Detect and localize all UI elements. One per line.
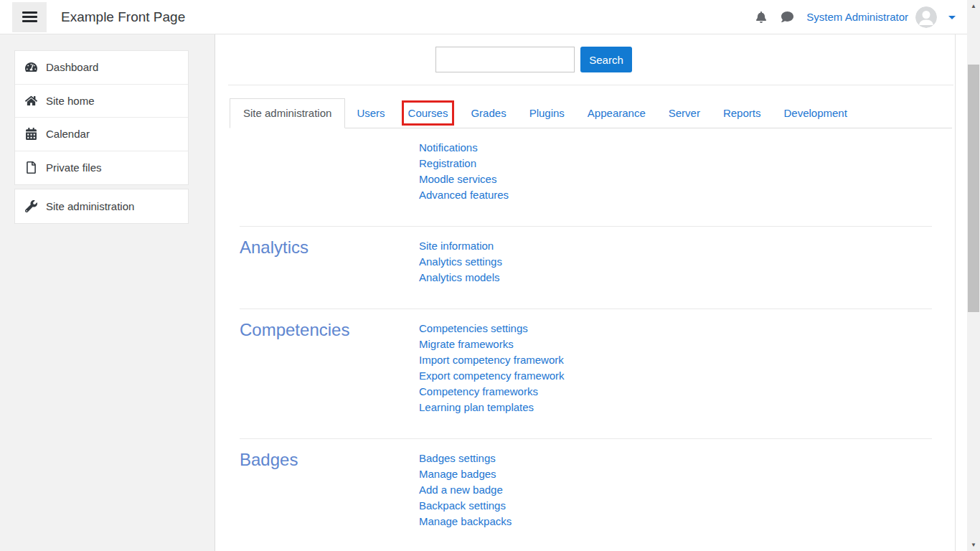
tab-users[interactable]: Users bbox=[345, 99, 396, 128]
tab-development[interactable]: Development bbox=[772, 99, 858, 128]
search-divider bbox=[228, 85, 953, 85]
top-navbar: Example Front Page System Administrator bbox=[0, 0, 980, 34]
scroll-up-arrow[interactable]: ▲ bbox=[967, 0, 980, 12]
section-link-list: Competencies settingsMigrate frameworksI… bbox=[419, 321, 565, 415]
sidebar-item-label: Calendar bbox=[46, 128, 90, 140]
tab-server[interactable]: Server bbox=[657, 99, 712, 128]
admin-tab-bar: Site administrationUsersCoursesGradesPlu… bbox=[230, 98, 952, 128]
sidebar-item-dashboard[interactable]: Dashboard bbox=[15, 51, 188, 85]
navbar-right: System Administrator bbox=[748, 6, 956, 28]
file-icon bbox=[25, 161, 37, 174]
admin-link-export-competency-framework[interactable]: Export competency framework bbox=[419, 368, 565, 384]
section-link-list: Site informationAnalytics settingsAnalyt… bbox=[419, 238, 502, 286]
drawer-admin-card: Site administration bbox=[14, 189, 189, 224]
tab-label[interactable]: Server bbox=[657, 99, 712, 128]
vertical-scrollbar[interactable]: ▲ ▼ bbox=[967, 0, 980, 551]
wrench-icon bbox=[25, 200, 37, 212]
user-menu-link[interactable]: System Administrator bbox=[806, 11, 908, 23]
section-link-list: NotificationsRegistrationMoodle services… bbox=[419, 140, 509, 203]
scrollbar-thumb[interactable] bbox=[968, 65, 979, 312]
admin-section-badges: BadgesBadges settingsManage badgesAdd a … bbox=[240, 439, 932, 551]
admin-link-analytics-settings[interactable]: Analytics settings bbox=[419, 254, 502, 270]
admin-link-analytics-models[interactable]: Analytics models bbox=[419, 270, 500, 286]
admin-link-migrate-frameworks[interactable]: Migrate frameworks bbox=[419, 336, 514, 352]
admin-sections: NotificationsRegistrationMoodle services… bbox=[230, 128, 955, 551]
chevron-down-icon[interactable] bbox=[948, 16, 956, 19]
admin-link-advanced-features[interactable]: Advanced features bbox=[419, 187, 509, 203]
main-content: Search Site administrationUsersCoursesGr… bbox=[215, 34, 956, 551]
search-button[interactable]: Search bbox=[580, 47, 632, 72]
tab-appearance[interactable]: Appearance bbox=[576, 99, 657, 128]
tab-label[interactable]: Users bbox=[345, 99, 396, 128]
notifications-bell-icon[interactable] bbox=[755, 11, 767, 23]
tab-reports[interactable]: Reports bbox=[712, 99, 773, 128]
admin-link-learning-plan-templates[interactable]: Learning plan templates bbox=[419, 400, 534, 415]
tab-grades[interactable]: Grades bbox=[459, 99, 517, 128]
tab-label[interactable]: Development bbox=[772, 99, 858, 128]
admin-link-import-competency-framework[interactable]: Import competency framework bbox=[419, 352, 564, 368]
admin-link-competencies-settings[interactable]: Competencies settings bbox=[419, 321, 528, 336]
section-heading: Badges bbox=[240, 451, 419, 529]
sidebar-item-label: Private files bbox=[46, 161, 102, 174]
admin-link-badges-settings[interactable]: Badges settings bbox=[419, 451, 496, 466]
tab-label[interactable]: Reports bbox=[712, 99, 773, 128]
nav-drawer: DashboardSite homeCalendarPrivate files … bbox=[0, 34, 215, 551]
section-heading: Analytics bbox=[240, 238, 419, 286]
sidebar-item-calendar[interactable]: Calendar bbox=[15, 118, 188, 151]
admin-link-notifications[interactable]: Notifications bbox=[419, 140, 478, 156]
admin-section-competencies: CompetenciesCompetencies settingsMigrate… bbox=[240, 309, 932, 439]
admin-search-input[interactable] bbox=[435, 47, 575, 72]
admin-link-moodle-services[interactable]: Moodle services bbox=[419, 171, 496, 187]
avatar[interactable] bbox=[915, 6, 937, 28]
messages-icon[interactable] bbox=[781, 11, 793, 23]
sidebar-item-site-home[interactable]: Site home bbox=[15, 85, 188, 118]
section-heading bbox=[240, 140, 419, 203]
section-link-list: Badges settingsManage badgesAdd a new ba… bbox=[419, 451, 512, 529]
admin-link-site-information[interactable]: Site information bbox=[419, 238, 494, 254]
admin-link-backpack-settings[interactable]: Backpack settings bbox=[419, 498, 506, 514]
hamburger-icon bbox=[22, 11, 37, 22]
tab-courses[interactable]: Courses bbox=[397, 99, 460, 128]
tab-plugins[interactable]: Plugins bbox=[518, 99, 576, 128]
tab-label[interactable]: Courses bbox=[397, 99, 460, 128]
admin-section-analytics: AnalyticsSite informationAnalytics setti… bbox=[240, 227, 932, 309]
calendar-icon bbox=[25, 128, 37, 140]
admin-link-manage-backpacks[interactable]: Manage backpacks bbox=[419, 514, 512, 529]
admin-section-general: NotificationsRegistrationMoodle services… bbox=[240, 128, 932, 227]
dashboard-icon bbox=[25, 61, 37, 73]
admin-link-competency-frameworks[interactable]: Competency frameworks bbox=[419, 384, 538, 400]
tab-site-administration[interactable]: Site administration bbox=[230, 98, 345, 128]
sidebar-item-label: Site administration bbox=[46, 200, 134, 212]
menu-toggle-button[interactable] bbox=[12, 2, 47, 32]
tab-label[interactable]: Site administration bbox=[230, 98, 345, 128]
tab-label[interactable]: Grades bbox=[459, 99, 517, 128]
sidebar-item-label: Dashboard bbox=[46, 61, 98, 73]
drawer-main-card: DashboardSite homeCalendarPrivate files bbox=[14, 50, 189, 185]
sidebar-item-private-files[interactable]: Private files bbox=[15, 151, 188, 185]
sidebar-item-label: Site home bbox=[46, 95, 95, 107]
home-icon bbox=[25, 95, 37, 107]
admin-link-add-a-new-badge[interactable]: Add a new badge bbox=[419, 482, 503, 498]
sidebar-item-site-administration[interactable]: Site administration bbox=[15, 189, 188, 223]
section-heading: Competencies bbox=[240, 321, 419, 415]
page-title: Example Front Page bbox=[61, 9, 185, 25]
admin-link-registration[interactable]: Registration bbox=[419, 156, 476, 171]
admin-link-manage-badges[interactable]: Manage badges bbox=[419, 466, 496, 482]
tab-label[interactable]: Appearance bbox=[576, 99, 657, 128]
scroll-down-arrow[interactable]: ▼ bbox=[967, 539, 980, 551]
tab-label[interactable]: Plugins bbox=[518, 99, 576, 128]
admin-search-form: Search bbox=[435, 47, 955, 72]
